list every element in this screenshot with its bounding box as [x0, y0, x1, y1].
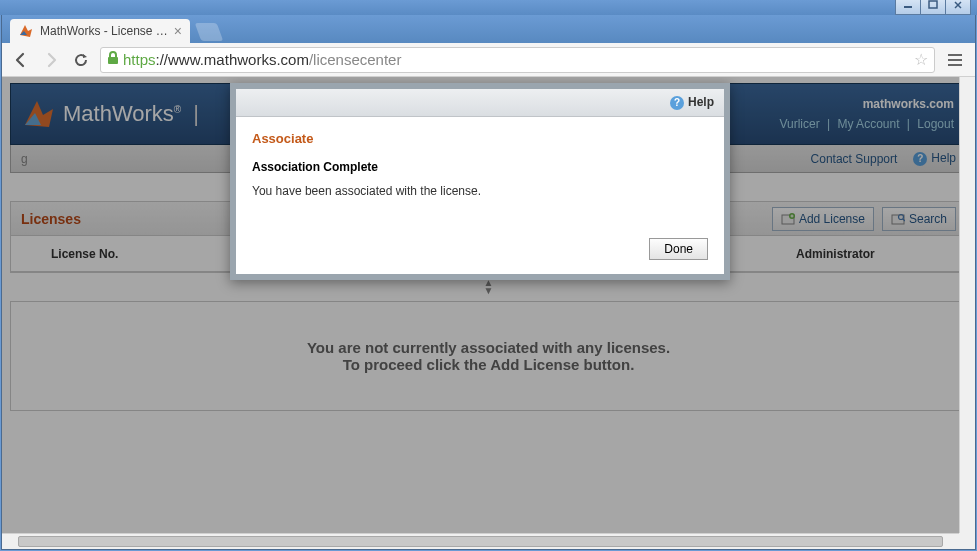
horizontal-scrollbar[interactable]: [2, 533, 959, 549]
horizontal-scrollbar-thumb[interactable]: [18, 536, 943, 547]
modal-title: Associate: [252, 131, 708, 146]
url-protocol: https: [123, 51, 156, 68]
svg-rect-1: [929, 1, 937, 8]
vertical-scrollbar[interactable]: [959, 77, 975, 533]
modal-message: You have been associated with the licens…: [252, 184, 708, 198]
browser-window: MathWorks - License Cent × https ://www.…: [1, 15, 976, 550]
modal-header: ?Help: [236, 89, 724, 117]
tab-strip: MathWorks - License Cent ×: [2, 15, 975, 43]
page-viewport: MathWorks® | mathworks.com Vurlicer | My…: [2, 77, 975, 549]
url-path: /licensecenter: [309, 51, 402, 68]
mathworks-favicon: [18, 23, 34, 39]
lock-icon: [107, 51, 119, 68]
browser-tab[interactable]: MathWorks - License Cent ×: [10, 19, 190, 43]
window-titlebar: [0, 0, 977, 15]
window-close-button[interactable]: [945, 0, 971, 15]
reload-button[interactable]: [70, 49, 92, 71]
back-button[interactable]: [10, 49, 32, 71]
window-maximize-button[interactable]: [920, 0, 946, 15]
address-bar[interactable]: https ://www.mathworks.com /licensecente…: [100, 47, 935, 73]
browser-toolbar: https ://www.mathworks.com /licensecente…: [2, 43, 975, 77]
scroll-corner: [959, 533, 975, 549]
associate-modal: ?Help Associate Association Complete You…: [230, 83, 730, 280]
svg-marker-6: [83, 54, 87, 58]
tab-title: MathWorks - License Cent: [40, 24, 170, 38]
modal-subtitle: Association Complete: [252, 160, 708, 174]
help-icon: ?: [670, 96, 684, 110]
window-minimize-button[interactable]: [895, 0, 921, 15]
modal-help-link[interactable]: ?Help: [670, 95, 714, 110]
svg-rect-7: [108, 57, 118, 64]
bookmark-star-icon[interactable]: ☆: [914, 50, 928, 69]
url-host: ://www.mathworks.com: [156, 51, 309, 68]
svg-marker-4: [20, 25, 32, 37]
done-button[interactable]: Done: [649, 238, 708, 260]
forward-button[interactable]: [40, 49, 62, 71]
new-tab-button[interactable]: [195, 23, 224, 41]
tab-close-button[interactable]: ×: [174, 23, 182, 39]
chrome-menu-button[interactable]: [943, 48, 967, 72]
